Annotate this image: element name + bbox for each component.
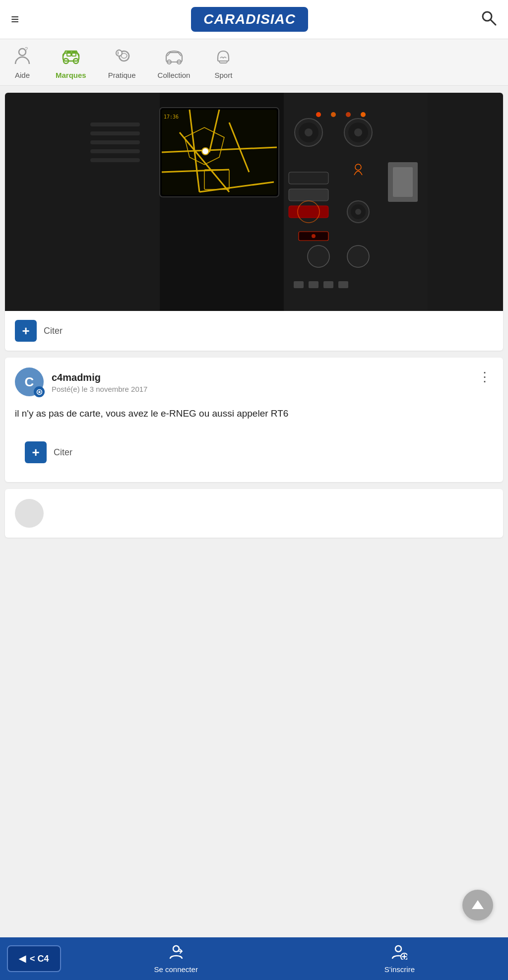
register-icon: [391, 944, 407, 963]
nav-item-sport[interactable]: Sport: [201, 44, 246, 81]
cite-text-2: Citer: [54, 447, 72, 458]
user-post-header: C c4madmig Posté(e) le 3 novembre 2017 ⋮: [15, 368, 493, 397]
svg-point-47: [308, 245, 329, 267]
svg-text:?: ?: [25, 46, 28, 52]
svg-point-41: [331, 112, 336, 117]
svg-rect-61: [393, 167, 413, 197]
nav-bar: ? Aide Marques: [0, 39, 508, 86]
hamburger-icon[interactable]: ≡: [11, 11, 19, 27]
svg-point-39: [354, 128, 362, 136]
login-label: Se connecter: [154, 965, 197, 974]
nav-item-aide[interactable]: ? Aide: [0, 44, 45, 81]
badge-icon: [34, 386, 45, 397]
post-card-1: 17:36: [5, 93, 503, 351]
main-content: 17:36: [0, 93, 508, 594]
cite-row-2: + Citer: [15, 432, 493, 472]
svg-rect-49: [294, 281, 304, 288]
svg-rect-18: [90, 140, 140, 144]
pratique-icon: [112, 46, 132, 69]
avatar-wrapper: C: [15, 368, 45, 397]
cite-text-1: Citer: [44, 326, 63, 336]
svg-point-58: [355, 209, 361, 215]
register-label: S'inscrire: [384, 965, 415, 974]
svg-line-1: [491, 20, 496, 25]
svg-rect-16: [90, 122, 140, 126]
svg-point-43: [361, 112, 366, 117]
username: c4madmig: [52, 372, 147, 383]
svg-rect-51: [323, 281, 333, 288]
sport-label: Sport: [215, 71, 233, 79]
user-text-info: c4madmig Posté(e) le 3 novembre 2017: [52, 372, 147, 393]
logo-text: CARADISIAC: [203, 11, 296, 27]
more-options-button[interactable]: ⋮: [476, 368, 493, 387]
aide-icon: ?: [13, 46, 32, 69]
post-card-2: C c4madmig Posté(e) le 3 novembre 2017 ⋮: [5, 358, 503, 482]
back-label: < C4: [30, 954, 49, 964]
svg-point-30: [202, 148, 209, 155]
next-post-partial: [5, 489, 503, 538]
marques-label: Marques: [56, 71, 86, 79]
svg-rect-45: [289, 189, 328, 201]
post-date: Posté(e) le 3 novembre 2017: [52, 385, 147, 393]
user-info: C c4madmig Posté(e) le 3 novembre 2017: [15, 368, 147, 397]
car-interior-image: 17:36: [5, 93, 503, 311]
cite-button-1[interactable]: +: [15, 320, 37, 342]
aide-label: Aide: [15, 71, 30, 79]
svg-rect-19: [90, 149, 140, 153]
scroll-to-top-button[interactable]: [462, 890, 493, 920]
svg-text:17:36: 17:36: [164, 114, 179, 120]
site-logo[interactable]: CARADISIAC: [191, 7, 308, 32]
search-icon[interactable]: [480, 9, 497, 30]
back-button[interactable]: ◀ < C4: [7, 945, 61, 972]
back-chevron-icon: ◀: [19, 953, 26, 964]
next-post-avatar: [15, 499, 44, 528]
cite-row-1: + Citer: [5, 311, 503, 351]
svg-rect-52: [338, 281, 348, 288]
nav-item-collection[interactable]: Collection: [147, 44, 201, 81]
svg-point-40: [316, 112, 321, 117]
post-body-text: il n'y as pas de carte, vous avez le e-R…: [15, 406, 493, 421]
svg-point-54: [312, 234, 316, 238]
nav-item-marques[interactable]: Marques: [45, 44, 97, 81]
bottom-bar: ◀ < C4 Se connecter: [0, 937, 508, 980]
register-button[interactable]: S'inscrire: [384, 944, 415, 974]
login-icon: [168, 944, 184, 963]
svg-point-48: [347, 245, 369, 267]
svg-rect-44: [289, 172, 328, 184]
svg-point-42: [346, 112, 351, 117]
avatar-letter: C: [25, 374, 34, 390]
sport-icon: [214, 46, 233, 69]
svg-rect-50: [309, 281, 318, 288]
collection-label: Collection: [158, 71, 190, 79]
bottom-actions: Se connecter S'inscrire: [61, 944, 508, 974]
svg-point-66: [395, 946, 401, 952]
collection-icon: [163, 46, 185, 69]
site-header: ≡ CARADISIAC: [0, 0, 508, 39]
pratique-label: Pratique: [108, 71, 136, 79]
svg-point-36: [305, 128, 313, 136]
login-button[interactable]: Se connecter: [154, 944, 197, 974]
svg-marker-64: [472, 900, 484, 909]
svg-rect-20: [90, 158, 140, 162]
svg-marker-63: [38, 390, 41, 394]
marques-icon: [61, 46, 81, 69]
svg-rect-17: [90, 131, 140, 135]
cite-button-2[interactable]: +: [25, 441, 47, 463]
nav-item-pratique[interactable]: Pratique: [97, 44, 147, 81]
svg-rect-46: [289, 206, 328, 218]
